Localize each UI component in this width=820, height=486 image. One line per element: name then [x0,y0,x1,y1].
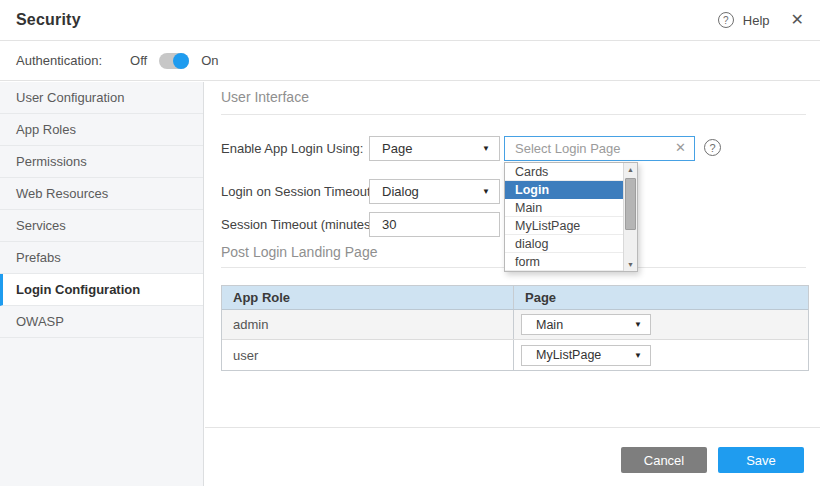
main-content: User Interface Enable App Login Using: P… [205,82,820,486]
sidebar-item-login-configuration[interactable]: Login Configuration [0,274,203,306]
sidebar: User Configuration App Roles Permissions… [0,82,204,486]
authentication-toggle[interactable] [159,53,189,69]
dropdown-option-dialog[interactable]: dialog [505,235,623,253]
login-type-select[interactable]: Page ▼ [369,136,500,161]
scroll-down-icon[interactable]: ▼ [624,261,637,268]
chevron-down-icon: ▼ [482,187,490,196]
chevron-down-icon: ▼ [634,351,642,360]
dropdown-option-form[interactable]: form [505,253,623,271]
table-header-row: App Role Page [222,286,808,310]
table-row: user MyListPage ▼ [222,340,808,370]
login-type-value: Page [382,141,412,156]
divider [221,114,806,115]
security-window: Security ? Help ✕ Authentication: Off On… [0,0,820,486]
dropdown-scrollbar[interactable]: ▲ ▼ [623,163,637,271]
header: Security ? Help ✕ [0,0,820,41]
sidebar-item-permissions[interactable]: Permissions [0,146,203,178]
section-title-user-interface: User Interface [221,89,309,105]
sidebar-item-services[interactable]: Services [0,210,203,242]
chevron-down-icon: ▼ [634,320,642,329]
toggle-on-label[interactable]: On [201,53,218,68]
admin-page-value: Main [536,318,563,332]
dropdown-option-mylistpage[interactable]: MyListPage [505,217,623,235]
save-button[interactable]: Save [718,447,804,473]
sidebar-item-web-resources[interactable]: Web Resources [0,178,203,210]
enable-app-login-label: Enable App Login Using: [221,142,363,156]
section-title-post-login: Post Login Landing Page [221,244,377,260]
session-timeout-value: 30 [382,217,396,232]
footer-divider [205,427,820,428]
clear-icon[interactable]: ✕ [675,140,686,155]
cancel-button[interactable]: Cancel [621,447,707,473]
column-header-page: Page [514,286,808,309]
landing-page-table: App Role Page admin Main ▼ user MyListPa… [221,285,809,371]
page-cell: MyListPage ▼ [514,340,808,370]
close-icon[interactable]: ✕ [791,12,804,28]
help-icon[interactable]: ? [718,12,734,28]
column-header-app-role: App Role [222,286,514,309]
chevron-down-icon: ▼ [482,144,490,153]
sidebar-item-owasp[interactable]: OWASP [0,306,203,338]
sidebar-item-prefabs[interactable]: Prefabs [0,242,203,274]
login-page-input[interactable] [504,136,695,161]
dropdown-option-login[interactable]: Login [505,181,623,199]
sidebar-item-app-roles[interactable]: App Roles [0,114,203,146]
app-role-cell: user [222,340,514,370]
user-page-select[interactable]: MyListPage ▼ [521,345,651,366]
authentication-label: Authentication: [16,53,102,68]
page-cell: Main ▼ [514,310,808,339]
table-row: admin Main ▼ [222,310,808,340]
toggle-knob-icon [173,53,189,69]
help-link[interactable]: Help [743,13,770,28]
dropdown-option-main[interactable]: Main [505,199,623,217]
authentication-bar: Authentication: Off On [0,41,820,81]
app-role-cell: admin [222,310,514,339]
page-title: Security [16,11,81,29]
scroll-up-icon[interactable]: ▲ [624,166,637,173]
timeout-type-value: Dialog [382,184,419,199]
login-page-combobox: ✕ [504,136,695,161]
session-timeout-input[interactable]: 30 [369,212,500,237]
session-timeout-minutes-label: Session Timeout (minutes): [221,218,379,232]
field-help-icon[interactable]: ? [704,139,721,156]
user-page-value: MyListPage [536,348,601,362]
login-page-dropdown: Cards Login Main MyListPage dialog form … [504,162,638,272]
sidebar-item-user-configuration[interactable]: User Configuration [0,82,203,114]
header-actions: ? Help ✕ [718,12,804,28]
admin-page-select[interactable]: Main ▼ [521,314,651,335]
timeout-type-select[interactable]: Dialog ▼ [369,179,500,204]
toggle-off-label[interactable]: Off [130,53,147,68]
dropdown-option-cards[interactable]: Cards [505,163,623,181]
session-timeout-login-label: Login on Session Timeout: [221,185,374,199]
scrollbar-thumb[interactable] [625,178,636,230]
